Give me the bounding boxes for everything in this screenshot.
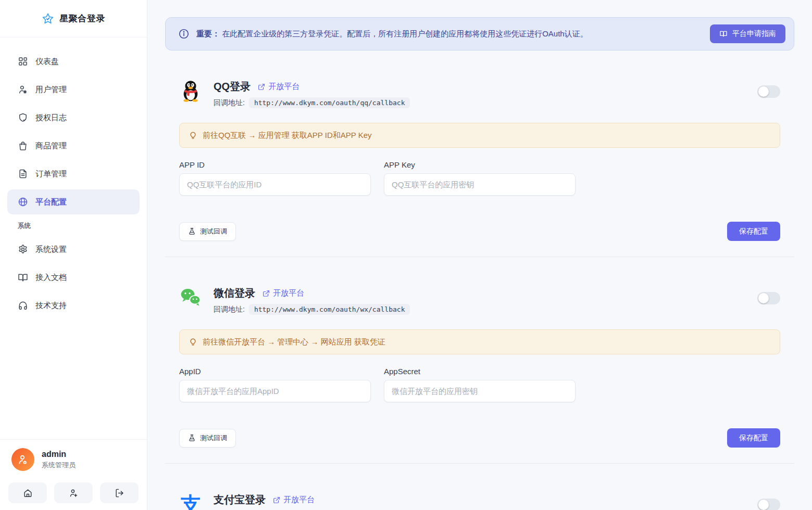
qq-appkey-group: APP Key [384, 160, 576, 196]
qq-appkey-label: APP Key [384, 160, 576, 169]
sidebar-item-label: 商品管理 [35, 141, 67, 151]
alipay-open-platform-label: 开放平台 [283, 495, 315, 505]
app-root: 星聚合登录 仪表盘 [0, 0, 812, 510]
wechat-open-platform-link[interactable]: 开放平台 [263, 288, 304, 298]
sidebar-item-label: 用户管理 [35, 85, 67, 95]
alipay-header-text: 支付宝登录 开放平台 回调地址: [214, 493, 427, 510]
logout-button[interactable] [100, 482, 139, 503]
shopping-bag-icon [18, 141, 28, 151]
sidebar-item-label: 仪表盘 [35, 57, 59, 67]
platform-guide-label: 平台申请指南 [732, 29, 776, 39]
sidebar-item-users[interactable]: 用户管理 [7, 77, 140, 102]
wechat-actions: 测试回调 保存配置 [179, 428, 780, 448]
alipay-open-platform-link[interactable]: 开放平台 [273, 495, 315, 505]
qq-form: APP ID APP Key [179, 160, 780, 196]
alipay-title: 支付宝登录 [214, 493, 266, 507]
brand-name: 星聚合登录 [59, 12, 105, 24]
wechat-tip-banner: 前往微信开放平台 → 管理中心 → 网站应用 获取凭证 [179, 329, 780, 354]
brand-logo: 星聚合登录 [0, 0, 147, 37]
wechat-tip-text: 前往微信开放平台 → 管理中心 → 网站应用 获取凭证 [203, 337, 385, 347]
main-content: 重要： 在此配置企业级的第三方登录凭证。配置后，所有注册用户创建的应用都将使用这… [147, 0, 812, 510]
wechat-appsecret-input[interactable] [384, 380, 576, 402]
sidebar-item-docs[interactable]: 接入文档 [7, 265, 140, 290]
sidebar-item-orders[interactable]: 订单管理 [7, 161, 140, 186]
wechat-appid-input[interactable] [179, 380, 371, 402]
user-row: admin 系统管理员 [8, 448, 139, 471]
sidebar-item-support[interactable]: 技术支持 [7, 293, 140, 318]
wechat-test-callback-button[interactable]: 测试回调 [179, 429, 236, 448]
important-notice-banner: 重要： 在此配置企业级的第三方登录凭证。配置后，所有注册用户创建的应用都将使用这… [165, 17, 794, 50]
qq-appid-group: APP ID [179, 160, 371, 196]
avatar [11, 448, 34, 471]
sidebar-item-label: 技术支持 [35, 301, 67, 311]
notice-text: 重要： 在此配置企业级的第三方登录凭证。配置后，所有注册用户创建的应用都将使用这… [196, 29, 588, 39]
profile-button[interactable] [54, 482, 93, 503]
home-icon [23, 488, 33, 498]
dashboard-icon [18, 56, 28, 67]
flask-icon [188, 227, 196, 235]
toggle-knob [758, 500, 769, 510]
star-logo-icon [42, 12, 54, 25]
sidebar-item-label: 订单管理 [35, 169, 67, 179]
alipay-header: 支 支付宝登录 开放平台 [179, 493, 780, 510]
wechat-appsecret-group: AppSecret [384, 367, 576, 402]
user-role: 系统管理员 [42, 461, 76, 470]
qq-test-callback-button[interactable]: 测试回调 [179, 222, 236, 241]
sidebar-item-label: 授权日志 [35, 113, 67, 123]
wechat-title: 微信登录 [214, 286, 255, 300]
qq-header: QQ登录 开放平台 回调地址: [179, 80, 780, 108]
sidebar: 星聚合登录 仪表盘 [0, 0, 147, 510]
qq-appid-label: APP ID [179, 160, 371, 169]
sidebar-section-label: 系统 [18, 222, 147, 231]
sidebar-item-label: 接入文档 [35, 273, 67, 283]
wechat-save-button[interactable]: 保存配置 [727, 428, 780, 448]
sidebar-item-platform-config[interactable]: 平台配置 [7, 189, 140, 214]
platform-guide-button[interactable]: 平台申请指南 [710, 24, 785, 43]
shield-check-icon [18, 112, 28, 123]
flask-icon [188, 434, 196, 442]
gear-icon [18, 244, 28, 254]
qq-callback-label: 回调地址: [214, 98, 245, 108]
qq-appid-input[interactable] [179, 173, 371, 196]
user-name: admin [42, 450, 76, 459]
sidebar-item-products[interactable]: 商品管理 [7, 133, 140, 158]
sidebar-item-system-settings[interactable]: 系统设置 [7, 237, 140, 262]
sidebar-item-label: 系统设置 [35, 245, 67, 254]
globe-icon [18, 197, 28, 207]
wechat-icon [179, 286, 202, 309]
info-icon [178, 28, 190, 40]
qq-appkey-input[interactable] [384, 173, 576, 196]
alipay-enable-toggle[interactable] [757, 499, 780, 510]
wechat-appsecret-label: AppSecret [384, 367, 576, 376]
sidebar-item-auth-logs[interactable]: 授权日志 [7, 105, 140, 130]
qq-open-platform-label: 开放平台 [268, 82, 299, 92]
qq-save-button[interactable]: 保存配置 [727, 222, 780, 241]
user-gear-icon [69, 488, 79, 498]
wechat-callback-url: http://www.dkym.com/oauth/wx/callback [249, 304, 410, 315]
wechat-header-text: 微信登录 开放平台 回调地址: [214, 286, 410, 315]
external-link-icon [273, 496, 280, 504]
sidebar-item-label: 平台配置 [35, 197, 67, 207]
toggle-knob [758, 293, 769, 303]
home-button[interactable] [8, 482, 47, 503]
qq-enable-toggle[interactable] [757, 85, 780, 98]
wechat-enable-toggle[interactable] [757, 292, 780, 304]
sidebar-item-dashboard[interactable]: 仪表盘 [7, 49, 140, 74]
qq-tip-banner: 前往QQ互联 → 应用管理 获取APP ID和APP Key [179, 123, 780, 148]
wechat-callback-label: 回调地址: [214, 305, 245, 314]
qq-open-platform-link[interactable]: 开放平台 [258, 82, 299, 92]
book-icon [719, 30, 728, 38]
external-link-icon [263, 290, 270, 297]
qq-tip-text: 前往QQ互联 → 应用管理 获取APP ID和APP Key [203, 131, 372, 141]
alipay-icon: 支 [179, 493, 202, 510]
lightbulb-icon [189, 131, 197, 140]
headphones-icon [18, 300, 28, 311]
wechat-open-platform-label: 开放平台 [273, 288, 304, 298]
sidebar-user-panel: admin 系统管理员 [0, 439, 147, 510]
qq-login-section: QQ登录 开放平台 回调地址: [165, 50, 794, 257]
external-link-icon [258, 83, 265, 91]
sidebar-nav: 仪表盘 用户管理 授权 [0, 37, 147, 439]
notice-prefix: 重要： [196, 29, 220, 38]
qq-test-label: 测试回调 [200, 227, 227, 236]
wechat-appid-group: AppID [179, 367, 371, 402]
